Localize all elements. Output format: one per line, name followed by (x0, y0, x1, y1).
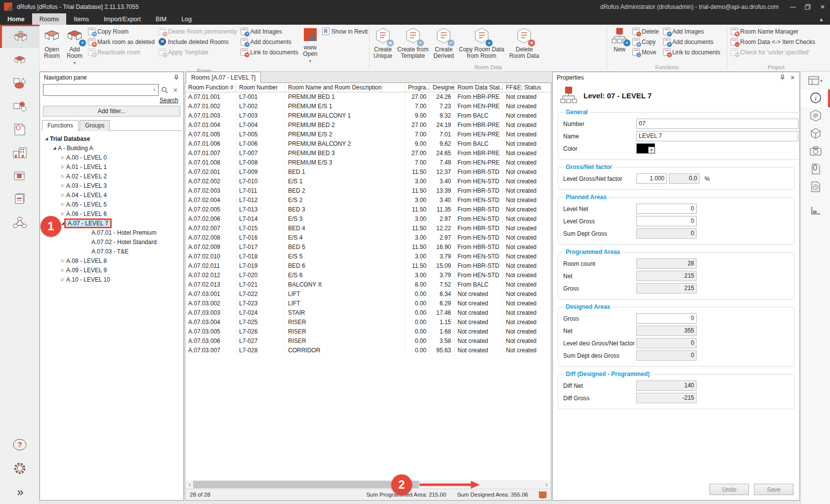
tree-expander-icon[interactable]: ▷ (59, 202, 66, 207)
ribbon-small-button[interactable]: Add Images (241, 26, 298, 37)
table-row[interactable]: A.07.02.001 L7-009 BED 1 11.50 12.37 Fro… (185, 168, 551, 177)
room-data-big-button[interactable]: = Create from Template (395, 26, 430, 60)
panel-layout-button[interactable]: ▾ (801, 72, 830, 89)
sidebar-item-items[interactable] (0, 71, 40, 94)
column-header-room-number[interactable]: Room Number (236, 83, 285, 92)
table-row[interactable]: A.07.02.003 L7-011 BED 2 11.50 13.39 Fro… (185, 186, 551, 196)
table-row[interactable]: A.07.02.013 L7-021 BALCONY X 8.00 7.52 F… (185, 280, 551, 290)
column-header-room-data-status[interactable]: Room Data Stat... (455, 83, 503, 92)
tree-item[interactable]: ▷ A.03 - LEVEL 3 (40, 181, 183, 190)
open-room-button[interactable]: Open Room (41, 26, 63, 60)
clear-search-icon[interactable]: ✕ (170, 85, 180, 94)
tab-groups[interactable]: Groups (80, 120, 110, 131)
color-picker[interactable] (636, 143, 655, 154)
table-row[interactable]: A.07.03.004 L7-025 RISER 0.00 1.15 Not c… (185, 318, 551, 327)
number-field[interactable]: 07 (636, 119, 798, 129)
property-value-field[interactable]: 0 (636, 338, 697, 348)
property-value-field[interactable]: 355 (636, 326, 697, 336)
rooms-tab[interactable]: Rooms [A.07 - LEVEL 7] (186, 72, 261, 83)
close-panel-icon[interactable]: ✕ (788, 73, 797, 82)
tree-item[interactable]: A.07.02 - Hotel Standard (40, 237, 183, 247)
ribbon-small-button[interactable]: Add documents (241, 37, 298, 47)
table-row[interactable]: A.07.03.003 L7-024 STAIR 0.00 17.46 Not … (185, 308, 551, 318)
table-row[interactable]: A.07.02.002 L7-010 E/S 1 3.00 3.40 From … (185, 177, 551, 186)
sidebar-item-relations[interactable] (0, 210, 40, 234)
minimize-button[interactable]: — (786, 0, 800, 13)
ribbon-small-button[interactable]: Add documents (663, 37, 720, 47)
gross-net-factor-field[interactable]: 1.000 (636, 173, 667, 184)
tree-expander-icon[interactable]: ▷ (59, 193, 66, 197)
sidebar-item-buildings[interactable] (0, 141, 40, 164)
tree-item[interactable]: A.07.01 - Hotel Premium (40, 228, 183, 237)
table-row[interactable]: A.07.01.001 L7-001 PREMIUM BED 1 27.00 2… (185, 92, 551, 102)
scroll-left-arrow[interactable]: ‹ (186, 481, 194, 488)
undo-button[interactable]: Undo (709, 484, 749, 495)
ribbon-small-button[interactable]: Reactivate room (88, 47, 155, 57)
ribbon-small-button[interactable]: Delete Room permanently (159, 26, 237, 37)
tree-item[interactable]: ▷ A.01 - LEVEL 1 (40, 162, 183, 171)
ribbon-small-button[interactable]: Move (632, 47, 659, 57)
table-row[interactable]: A.07.02.006 L7-014 E/S 3 3.00 2.97 From … (185, 214, 551, 224)
tree-expander-icon[interactable]: ▷ (59, 268, 66, 272)
measure-tab-button[interactable] (801, 203, 830, 221)
search-combo-caret[interactable]: ˅ (151, 87, 158, 92)
tree-item[interactable]: ▷ A.02 - LEVEL 2 (40, 171, 183, 181)
ribbon-small-button[interactable]: Copy (632, 37, 659, 47)
room-data-tab-button[interactable] (801, 107, 830, 125)
table-row[interactable]: A.07.02.011 L7-019 BED 6 11.50 15.09 Fro… (185, 261, 551, 271)
tree-expander-icon[interactable]: ◢ (43, 136, 50, 141)
ribbon-small-button[interactable]: Include deleted Rooms (159, 37, 237, 47)
ribbon-small-button[interactable]: Check for 'under specified' (731, 47, 815, 57)
property-value-field[interactable]: 0 (636, 204, 697, 214)
tree-expander-icon[interactable]: ▷ (59, 211, 66, 216)
pin-icon[interactable] (171, 73, 181, 82)
tree-item[interactable]: ◢ A.07 - LEVEL 7 (40, 218, 183, 228)
ribbon-small-button[interactable]: Delete (632, 26, 659, 37)
horizontal-scrollbar[interactable]: ‹ › (186, 480, 550, 489)
scrollbar-thumb[interactable] (193, 481, 419, 488)
tree-item[interactable]: ▷ A.08 - LEVEL 8 (40, 256, 183, 265)
column-header-room-function[interactable]: Room Function # (185, 83, 236, 92)
table-row[interactable]: A.07.01.004 L7-004 PREMIUM BED 2 27.00 2… (185, 121, 551, 130)
save-button[interactable]: Save (754, 484, 793, 495)
www-open-dropdown-caret[interactable]: ▾ (309, 59, 311, 63)
table-row[interactable]: A.07.03.002 L7-023 LIFT 0.00 6.29 Not cr… (185, 299, 551, 308)
show-in-revit-button[interactable]: Show in Revit (322, 26, 368, 37)
tree-expander-icon[interactable]: ▷ (59, 183, 66, 188)
scroll-right-arrow[interactable]: › (542, 481, 550, 488)
sidebar-item-help[interactable]: ? (0, 433, 40, 457)
ribbon-small-button[interactable]: Room Name Manager (731, 26, 815, 37)
tree-item[interactable]: ▷ A.10 - LEVEL 10 (40, 275, 183, 284)
close-button[interactable]: ✕ (815, 0, 830, 13)
add-filter-button[interactable]: Add filter... (43, 106, 180, 117)
table-row[interactable]: A.07.01.003 L7-003 PREMIUM BALCONY 1 9.0… (185, 111, 551, 121)
table-row[interactable]: A.07.03.001 L7-022 LIFT 0.00 6.34 Not cr… (185, 290, 551, 299)
sidebar-item-products[interactable] (0, 164, 40, 187)
tree-expander-icon[interactable]: ▷ (59, 165, 66, 169)
ribbon-small-button[interactable]: Apply Template (159, 47, 237, 57)
tab-rooms[interactable]: Rooms (32, 13, 67, 25)
sidebar-item-documents[interactable] (0, 118, 40, 141)
search-input[interactable] (43, 85, 151, 95)
sidebar-item-room-templates[interactable] (0, 48, 40, 71)
tree-item[interactable]: ◢ A - Building A (40, 143, 183, 153)
ribbon-small-button[interactable]: Link to documents (663, 47, 720, 57)
sidebar-expand-button[interactable]: » (0, 480, 40, 504)
column-header-room-name[interactable]: Room Name and Room Description (285, 83, 405, 92)
tree-expander-icon[interactable]: ▷ (59, 174, 66, 178)
panel-layout-caret-icon[interactable]: ▾ (820, 79, 822, 83)
table-row[interactable]: A.07.01.008 L7-008 PREMIUM E/S 3 7.00 7.… (185, 158, 551, 168)
tree-item[interactable]: A.07.03 - T&E (40, 247, 183, 256)
ribbon-collapse-button[interactable]: ▲ (819, 13, 824, 25)
column-header-programmed[interactable]: Progra... (405, 83, 430, 92)
property-value-field[interactable]: 0 (636, 228, 697, 239)
tree-item[interactable]: ▷ A.06 - LEVEL 6 (40, 209, 183, 218)
table-row[interactable]: A.07.03.005 L7-026 RISER 0.00 1.68 Not c… (185, 327, 551, 336)
column-header-ffe-status[interactable]: FF&E: Status (503, 83, 551, 92)
ribbon-small-button[interactable]: Mark room as deleted (88, 37, 155, 47)
tree-item[interactable]: ▷ A.09 - LEVEL 9 (40, 265, 183, 275)
ribbon-small-button[interactable]: Room Data <-> Item Checks (731, 37, 815, 47)
property-value-field[interactable]: 0 (636, 313, 697, 324)
tree-item[interactable]: ◢ Trial Database (40, 134, 183, 143)
room-data-big-button[interactable]: ≡ Copy Room Data from Room (457, 26, 506, 60)
